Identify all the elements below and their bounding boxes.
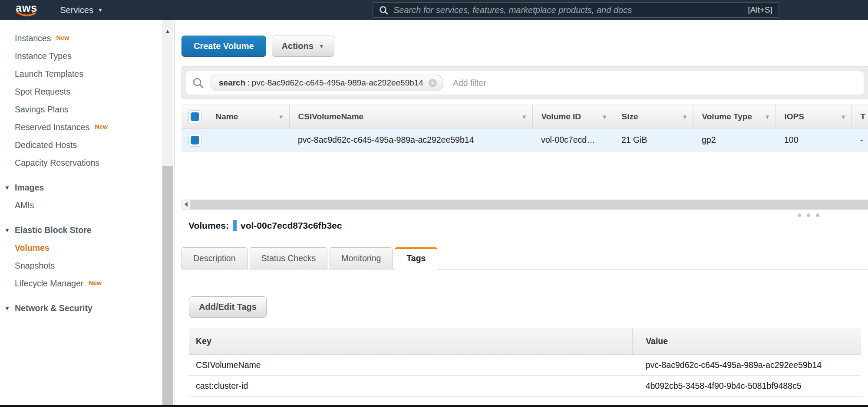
cell-throughput: - [851, 128, 868, 152]
sidebar-section-label: Images [15, 183, 44, 193]
sidebar-item-instance-types[interactable]: Instance Types [0, 47, 174, 65]
column-label: Volume Type [702, 112, 752, 121]
select-all-checkbox[interactable] [188, 110, 201, 123]
sidebar-item-label: Capacity Reservations [15, 158, 99, 168]
create-volume-button[interactable]: Create Volume [182, 36, 266, 57]
sidebar-nav-list: Instances New Instance Types Launch Temp… [0, 20, 174, 317]
actions-button[interactable]: Actions ▼ [272, 36, 334, 57]
sidebar-item-lifecycle-manager[interactable]: Lifecycle Manager New [0, 275, 174, 292]
row-select-cell [182, 128, 207, 152]
sort-caret-icon[interactable]: ▼ [278, 114, 284, 120]
tab-tags[interactable]: Tags [395, 247, 437, 269]
column-header-volume-id[interactable]: Volume ID ▼ [532, 105, 613, 128]
scroll-left-icon [185, 202, 188, 207]
column-header-name[interactable]: Name ▼ [207, 105, 289, 128]
tab-description[interactable]: Description [182, 247, 248, 269]
detail-title-prefix: Volumes: [188, 220, 229, 231]
sidebar-item-capacity-reservations[interactable]: Capacity Reservations [0, 154, 174, 172]
sort-caret-icon[interactable]: ▼ [682, 114, 688, 120]
services-label: Services [60, 5, 93, 15]
detail-volume-id: vol-00c7ecd873c6fb3ec [241, 220, 342, 231]
scroll-left-button[interactable] [182, 200, 191, 210]
sidebar-item-launch-templates[interactable]: Launch Templates [0, 65, 174, 83]
column-header-volume-type[interactable]: Volume Type ▼ [693, 105, 776, 128]
sidebar-item-label: Reserved Instances [15, 122, 89, 132]
column-label: Volume ID [541, 112, 581, 121]
horizontal-scrollbar-thumb[interactable] [191, 200, 868, 210]
add-edit-tags-button[interactable]: Add/Edit Tags [189, 296, 267, 318]
sidebar-section-images[interactable]: ▼ Images [0, 179, 174, 197]
tab-label: Description [193, 253, 236, 263]
sidebar-item-volumes[interactable]: Volumes [0, 239, 174, 257]
cell-iops: 100 [776, 128, 851, 152]
sort-caret-icon[interactable]: ▼ [521, 114, 527, 120]
sidebar-item-instances[interactable]: Instances New [0, 30, 174, 47]
aws-logo[interactable]: aws [16, 3, 37, 17]
pane-resize-handle[interactable] [182, 211, 868, 218]
tab-label: Status Checks [261, 253, 316, 263]
column-label: IOPS [785, 112, 804, 121]
sort-caret-icon[interactable]: ▼ [841, 114, 846, 120]
tags-table: Key Value CSIVolumeName pvc-8ac9d62c-c64… [189, 328, 861, 397]
sidebar-scrollbar-thumb[interactable] [162, 166, 173, 407]
sidebar-section-network-security[interactable]: ▼ Network & Security [0, 299, 174, 317]
tags-column-key: Key [189, 328, 633, 355]
actions-label: Actions [282, 41, 314, 51]
services-menu[interactable]: Services ▼ [60, 5, 103, 15]
select-all-header [182, 105, 207, 128]
tab-label: Tags [406, 253, 426, 263]
sidebar-item-reserved-instances[interactable]: Reserved Instances New [0, 118, 174, 136]
toolbar: Create Volume Actions ▼ [182, 36, 868, 57]
active-filter-pill[interactable]: search : pvc-8ac9d62c-c645-495a-989a-ac2… [211, 75, 443, 91]
table-empty-space [182, 152, 868, 200]
horizontal-scrollbar[interactable] [182, 200, 868, 210]
column-label: Size [622, 112, 638, 121]
tag-key: cast:cluster-id [189, 376, 633, 397]
row-checkbox[interactable] [188, 134, 201, 147]
column-header-iops[interactable]: IOPS ▼ [776, 105, 851, 128]
filter-key: search [219, 78, 245, 88]
search-input[interactable] [393, 5, 743, 15]
column-header-size[interactable]: Size ▼ [613, 105, 693, 128]
sidebar-item-dedicated-hosts[interactable]: Dedicated Hosts [0, 136, 174, 154]
cell-name [207, 128, 289, 152]
sidebar-item-snapshots[interactable]: Snapshots [0, 257, 174, 275]
sidebar-item-label: Launch Templates [15, 69, 83, 79]
sidebar-item-amis[interactable]: AMIs [0, 197, 174, 214]
sidebar-item-savings-plans[interactable]: Savings Plans [0, 101, 174, 118]
sidebar-item-spot-requests[interactable]: Spot Requests [0, 83, 174, 101]
sidebar-item-label: Dedicated Hosts [15, 140, 77, 150]
tab-status-checks[interactable]: Status Checks [250, 247, 328, 269]
section-collapse-icon: ▼ [0, 305, 15, 312]
tab-label: Monitoring [341, 253, 381, 263]
sidebar-scrollbar[interactable]: ▲ [162, 20, 173, 407]
global-search-bar[interactable]: [Alt+S] [373, 2, 779, 18]
resize-dot [807, 213, 810, 217]
resize-dot [798, 213, 801, 217]
ec2-sidebar: Instances New Instance Types Launch Temp… [0, 20, 175, 407]
resize-dot [816, 213, 819, 217]
column-header-throughput[interactable]: T [851, 105, 868, 128]
volume-row-selected[interactable]: pvc-8ac9d62c-c645-495a-989a-ac292ee59b14… [182, 128, 868, 152]
top-navigation-bar: aws Services ▼ [Alt+S] [0, 0, 868, 20]
column-header-csivolumename[interactable]: CSIVolumeName ▼ [289, 105, 532, 128]
volumes-table-header-row: Name ▼ CSIVolumeName ▼ Volume ID ▼ Size … [182, 105, 868, 128]
tab-monitoring[interactable]: Monitoring [330, 247, 393, 269]
filter-bar: search : pvc-8ac9d62c-c645-495a-989a-ac2… [182, 66, 868, 99]
sidebar-section-elastic-block-store[interactable]: ▼ Elastic Block Store [0, 221, 174, 239]
sidebar-item-label: Instance Types [15, 51, 72, 61]
sidebar-item-label: Savings Plans [15, 105, 69, 115]
sort-caret-icon[interactable]: ▼ [602, 114, 607, 120]
column-label: CSIVolumeName [298, 112, 364, 121]
add-filter-button[interactable]: Add filter [453, 78, 486, 88]
sidebar-item-label: Snapshots [15, 261, 55, 271]
sort-caret-icon[interactable]: ▼ [765, 114, 770, 120]
remove-filter-icon[interactable]: ✕ [429, 79, 437, 87]
filter-search-field[interactable]: search : pvc-8ac9d62c-c645-495a-989a-ac2… [186, 71, 864, 95]
cell-csi-volume-name: pvc-8ac9d62c-c645-495a-989a-ac292ee59b14 [289, 128, 532, 152]
search-shortcut-hint: [Alt+S] [748, 5, 773, 15]
cell-size: 21 GiB [613, 128, 693, 152]
scroll-up-icon[interactable]: ▲ [162, 28, 173, 34]
new-badge: New [56, 34, 69, 41]
selection-cursor-bar [233, 220, 237, 231]
